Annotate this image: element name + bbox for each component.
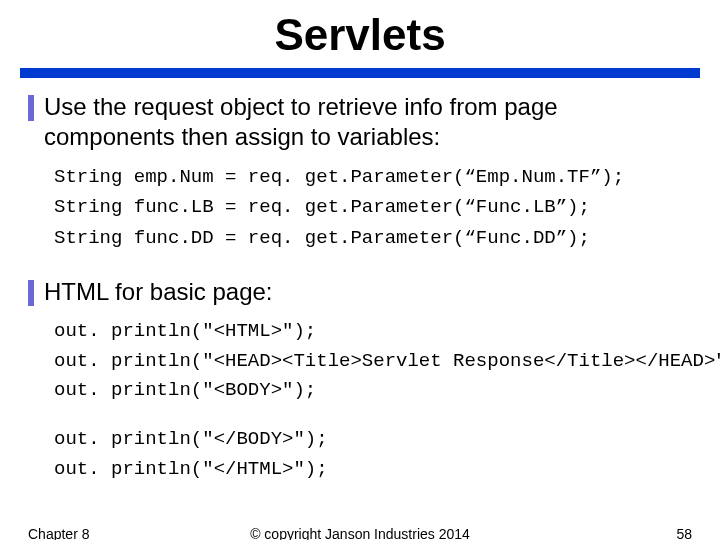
bullet-text: Use the request object to retrieve info … — [44, 92, 692, 152]
bullet-item: HTML for basic page: — [28, 277, 692, 307]
slide: Servlets Use the request object to retri… — [0, 10, 720, 540]
slide-content: Use the request object to retrieve info … — [0, 78, 720, 484]
slide-title: Servlets — [0, 10, 720, 60]
code-block-1: String emp.Num = req. get.Parameter(“Emp… — [54, 162, 692, 253]
title-underline — [20, 68, 700, 78]
bullet-icon — [28, 95, 34, 121]
footer-page-number: 58 — [526, 526, 692, 540]
bullet-item: Use the request object to retrieve info … — [28, 92, 692, 152]
slide-footer: Chapter 8 © copyright Janson Industries … — [0, 526, 720, 540]
bullet-icon — [28, 280, 34, 306]
bullet-text: HTML for basic page: — [44, 277, 273, 307]
footer-chapter: Chapter 8 — [28, 526, 194, 540]
footer-copyright: © copyright Janson Industries 2014 — [194, 526, 526, 540]
code-block-2: out. println("<HTML>"); out. println("<H… — [54, 317, 692, 405]
code-block-3: out. println("</BODY>"); out. println("<… — [54, 425, 692, 484]
